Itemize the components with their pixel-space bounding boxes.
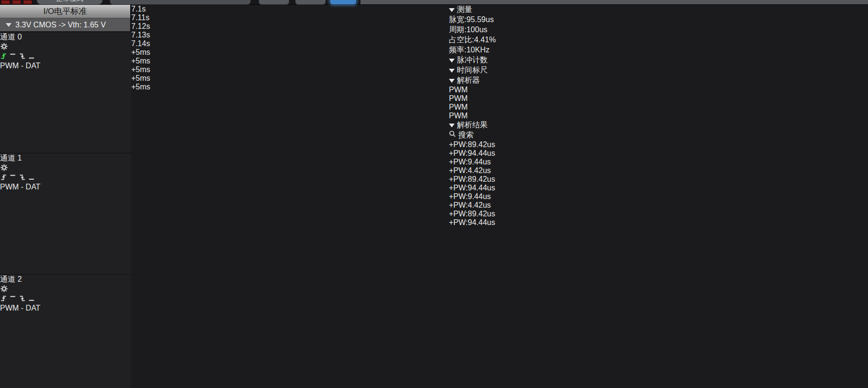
decode-result-item[interactable]: +PW:89.42us (449, 175, 496, 184)
mode-button[interactable]: 正常模式 (37, 0, 103, 5)
low-level-icon (28, 295, 35, 302)
low-level-icon (28, 52, 35, 60)
decoder-item[interactable]: PWM (449, 112, 496, 120)
waveform-viewport[interactable]: 7.1s 7.11s 7.12s 7.13s 7.14s +5ms +5ms +… (131, 5, 449, 388)
channel-settings-button[interactable] (0, 285, 131, 295)
ruler-major-label: 7.13s (131, 31, 449, 39)
toolbar-button[interactable] (295, 0, 326, 5)
ruler-minor-label: +5ms (131, 65, 449, 74)
ruler-minor-label: +5ms (131, 48, 449, 57)
trigger-mode-group (0, 52, 131, 62)
trigger-mode-group (0, 295, 131, 304)
trigger-mode-group (0, 174, 131, 183)
section-measurement[interactable]: 测量 (449, 5, 496, 15)
chevron-down-icon (449, 124, 455, 127)
chevron-down-icon (449, 8, 455, 12)
chevron-down-icon (449, 69, 455, 73)
trigger-high-button[interactable] (9, 53, 16, 61)
ruler-minor-label: +5ms (131, 83, 449, 91)
toolbar-button[interactable] (259, 0, 289, 5)
section-time-ruler[interactable]: 时间标尺 (449, 65, 496, 75)
ruler-major-label: 7.12s (131, 22, 449, 31)
ruler-major-label: 7.11s (131, 13, 449, 22)
chevron-down-icon (6, 23, 12, 27)
chevron-down-icon (449, 79, 455, 83)
channel-settings-button[interactable] (0, 42, 131, 52)
decode-result-item[interactable]: +PW:4.42us (449, 201, 496, 210)
measurement-row: 脉宽:95.59us (449, 15, 496, 25)
top-toolbar: 正常模式 (0, 0, 868, 5)
chevron-down-icon (449, 59, 455, 63)
channel-2-block: 通道 2 PWM - DAT (0, 274, 131, 388)
channel-name: 通道 1 (0, 154, 22, 162)
channel-sidebar: I/O电平标准 3.3V CMOS -> Vth: 1.65 V 通道 0 (0, 5, 131, 388)
channel-1-waveform-dense[interactable] (131, 272, 415, 363)
trigger-falling-button[interactable] (19, 295, 26, 303)
ruler-major-label: 7.14s (131, 39, 449, 48)
logic-analyzer-window: 正常模式 I/O电平标准 3.3V CMOS -> Vth: 1.65 V 通道… (0, 0, 868, 388)
decoder-item[interactable]: PWM (449, 94, 496, 103)
toolbar-strip (360, 0, 868, 4)
trigger-high-button[interactable] (9, 174, 16, 182)
trigger-low-button[interactable] (28, 295, 35, 303)
decoder-item[interactable]: PWM (449, 86, 496, 94)
decode-result-item[interactable]: +PW:9.44us (449, 158, 496, 166)
channel-decoder-label: PWM - DAT (0, 62, 40, 70)
channel-0-waveform-sparse[interactable] (131, 182, 437, 272)
channel-decoder-label: PWM - DAT (0, 183, 40, 191)
falling-edge-icon (19, 52, 26, 60)
search-placeholder: 搜索 (458, 131, 473, 139)
io-level-select[interactable]: 3.3V CMOS -> Vth: 1.65 V (0, 18, 130, 32)
measurement-row: 占空比:4.41% (449, 35, 496, 45)
section-decoder[interactable]: 解析器 (449, 75, 496, 86)
trigger-low-button[interactable] (28, 174, 35, 182)
high-level-icon (9, 295, 16, 302)
time-ruler[interactable]: 7.1s 7.11s 7.12s 7.13s 7.14s +5ms +5ms +… (131, 5, 449, 91)
record-indicator-icon[interactable] (23, 0, 32, 4)
toolbar-button-active[interactable] (330, 0, 357, 5)
channel-name: 通道 2 (0, 275, 22, 283)
channel-color-strip (0, 153, 2, 274)
channel-0-block: 通道 0 PWM - DAT (0, 32, 131, 153)
decode-result-item[interactable]: +PW:89.42us (449, 210, 496, 218)
analysis-panel: 测量 脉宽:95.59us 周期:100us 占空比:4.41% 频率:10KH… (449, 5, 496, 388)
trigger-high-button[interactable] (9, 295, 16, 303)
high-level-icon (9, 52, 16, 60)
decode-result-item[interactable]: +PW:4.42us (449, 166, 496, 175)
decode-result-item[interactable]: +PW:94.44us (449, 184, 496, 192)
record-indicator-icon[interactable] (1, 0, 10, 4)
channel-1-block: 通道 1 PWM - DAT (0, 153, 131, 274)
falling-edge-icon (19, 174, 26, 181)
channel-name: 通道 0 (0, 33, 22, 41)
low-level-icon (28, 174, 35, 181)
io-standard-header: I/O电平标准 (0, 5, 130, 18)
decode-result-item[interactable]: +PW:89.42us (449, 140, 496, 149)
trigger-low-button[interactable] (28, 53, 35, 61)
channel-color-strip (0, 32, 2, 153)
high-level-icon (9, 174, 16, 181)
decode-result-list[interactable]: +PW:89.42us +PW:94.44us +PW:9.44us +PW:4… (449, 140, 496, 227)
ruler-major-label: 7.1s (131, 5, 449, 13)
trigger-falling-button[interactable] (19, 174, 26, 182)
falling-edge-icon (19, 295, 26, 302)
section-pulse-count[interactable]: 脉冲计数 (449, 55, 496, 65)
ruler-minor-label: +5ms (131, 57, 449, 65)
decode-result-item[interactable]: +PW:9.44us (449, 192, 496, 201)
decode-result-item[interactable]: +PW:94.44us (449, 218, 496, 227)
channel-1-waveform-sparse[interactable] (131, 363, 437, 388)
channel-settings-button[interactable] (0, 163, 131, 174)
search-icon (449, 130, 456, 138)
search-input[interactable]: 搜索 (449, 130, 496, 140)
toolbar-dropdown[interactable] (110, 0, 251, 5)
channel-decoder-label: PWM - DAT (0, 304, 40, 312)
decode-result-item[interactable]: +PW:94.44us (449, 149, 496, 158)
trigger-falling-button[interactable] (19, 53, 26, 61)
decoder-item[interactable]: PWM (449, 103, 496, 112)
record-indicator-icon[interactable] (12, 0, 21, 4)
section-decode-results[interactable]: 解析结果 (449, 120, 496, 130)
measurement-row: 频率:10KHz (449, 45, 496, 55)
measurement-row: 周期:100us (449, 25, 496, 35)
channel-0-waveform-dense[interactable] (131, 91, 416, 182)
channel-color-strip (0, 275, 2, 388)
ruler-minor-label: +5ms (131, 74, 449, 83)
